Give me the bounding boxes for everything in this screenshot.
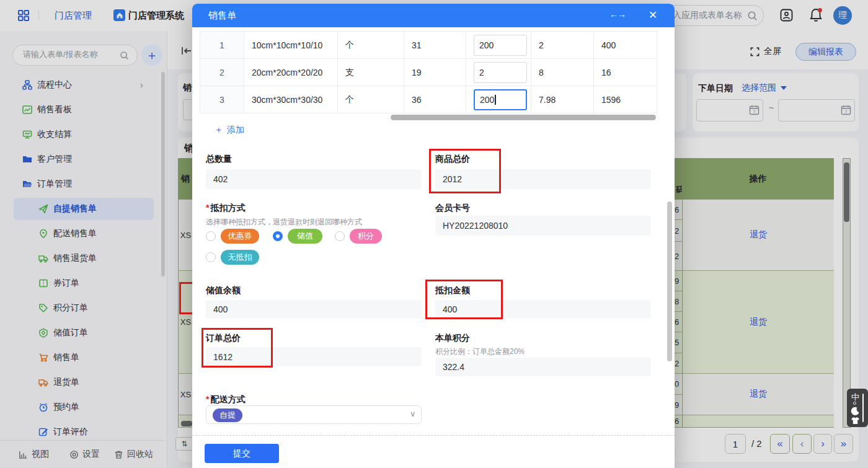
total-qty-value: 402 (206, 169, 422, 189)
stored-balance-label: 储值余额 (206, 285, 241, 296)
modal-title: 销售单 (208, 10, 236, 22)
total-cell: 1596 (594, 86, 657, 113)
chevron-down-icon: ∨ (410, 409, 416, 418)
spec-cell: 30cm*30cm*30/30 (244, 86, 338, 113)
total-cell: 400 (594, 32, 657, 59)
points-option-pill[interactable]: 积分 (350, 229, 382, 244)
qty-cell: 2 (466, 59, 531, 86)
member-card-value: HY20221208010 (435, 216, 651, 236)
coupon-option-pill[interactable]: 优惠券 (221, 229, 259, 244)
stock-cell: 31 (404, 32, 466, 59)
row-index: 2 (200, 59, 244, 86)
footer-divider (192, 435, 675, 436)
price-cell: 2 (531, 32, 594, 59)
no-deduction-option-pill[interactable]: 无抵扣 (221, 250, 259, 265)
modal-table-hscrollbar[interactable] (391, 115, 656, 120)
app-screen: 门店管理 门店管理系统 理 ＋ 流程中心 › (0, 0, 868, 468)
stored-balance-value: 400 (206, 300, 422, 319)
unit-cell: 支 (338, 59, 404, 86)
spec-cell: 10cm*10cm*10/10 (244, 32, 338, 59)
price-cell: 7.98 (531, 86, 594, 113)
plus-icon: ＋ (214, 124, 223, 136)
theme-shirt-icon[interactable] (851, 417, 860, 425)
order-items-table: 1 10cm*10cm*10/10 个 31 200 2 400 2 20cm*… (200, 31, 657, 113)
delivery-method-select[interactable]: 自提 ∨ (206, 405, 422, 424)
points-help: 积分比例：订单总金额20% (435, 347, 525, 357)
modal-header: 销售单 ←→ ✕ (192, 4, 675, 27)
modal-vscrollbar[interactable] (667, 201, 672, 361)
quantity-input[interactable]: 200 (474, 35, 527, 56)
radio-no-deduction[interactable] (206, 252, 216, 262)
row-index: 1 (200, 32, 244, 59)
stock-cell: 19 (404, 59, 466, 86)
dark-mode-moon-icon[interactable] (851, 407, 860, 416)
table-row: 1 10cm*10cm*10/10 个 31 200 2 400 (200, 32, 657, 59)
unit-cell: 个 (338, 86, 404, 113)
input-caret (495, 95, 496, 105)
close-modal-icon[interactable]: ✕ (649, 9, 657, 22)
annotation-box-goods-total (429, 149, 501, 193)
widget-scroll-line (862, 394, 864, 422)
add-row-button[interactable]: ＋ 添加 (214, 124, 244, 136)
stored-value-option-pill[interactable]: 储值 (288, 229, 322, 244)
stock-cell: 36 (404, 86, 466, 113)
spec-cell: 20cm*20cm*20/20 (244, 59, 338, 86)
total-cell: 16 (594, 59, 657, 86)
radio-stored-value-selected[interactable] (273, 231, 283, 241)
radio-coupon[interactable] (206, 231, 216, 241)
floating-theme-widget[interactable]: 中 (847, 389, 868, 427)
points-label: 本单积分 (435, 333, 470, 344)
quantity-input-focused[interactable]: 200 (474, 89, 527, 110)
unit-cell: 个 (338, 32, 404, 59)
qty-cell: 200 (466, 32, 531, 59)
price-cell: 8 (531, 59, 594, 86)
submit-button[interactable]: 提交 (205, 444, 279, 463)
table-row: 2 20cm*20cm*20/20 支 19 2 8 16 (200, 59, 657, 86)
delivery-pickup-pill: 自提 (213, 408, 242, 422)
delivery-method-label: 配送方式 (206, 394, 245, 405)
total-qty-label: 总数量 (206, 154, 232, 165)
annotation-box-deduct-amount (425, 280, 503, 319)
deduct-method-help: 选择哪种抵扣方式，退货退款时则退回哪种方式 (206, 217, 362, 227)
toggle-dot-icon (853, 402, 856, 405)
radio-points[interactable] (335, 231, 345, 241)
member-card-label: 会员卡号 (435, 203, 470, 214)
sales-order-modal: 销售单 ←→ ✕ 1 10cm*10cm*10/10 个 31 200 2 40… (192, 4, 675, 468)
qty-cell: 200 (466, 86, 531, 113)
deduct-method-label: 抵扣方式 (206, 203, 245, 214)
table-row: 3 30cm*30cm*30/30 个 36 200 7.98 1596 (200, 86, 657, 113)
expand-modal-icon[interactable]: ←→ (609, 9, 626, 19)
row-index: 3 (200, 86, 244, 113)
annotation-box-order-total (202, 328, 273, 368)
points-value: 322.4 (435, 358, 651, 376)
quantity-input[interactable]: 2 (474, 62, 527, 83)
